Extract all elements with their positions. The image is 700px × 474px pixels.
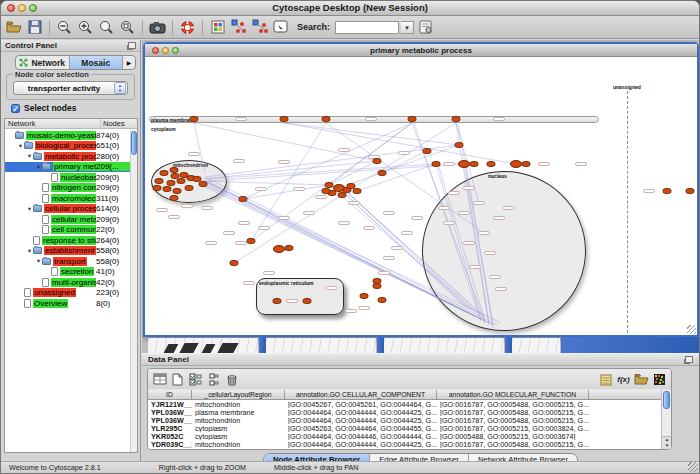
tree-row-macromolecule[interactable]: macromolecule311(0) (5, 193, 130, 204)
zoom-button[interactable] (29, 4, 37, 12)
expand-collapse-icon[interactable]: ▼ (26, 248, 33, 254)
node-label-pill[interactable] (223, 231, 235, 235)
gene-node[interactable] (173, 188, 182, 194)
node-label-pill[interactable] (243, 281, 255, 285)
gene-node[interactable] (185, 185, 194, 191)
tree-row-transport[interactable]: ▼transport558(0) (5, 256, 130, 267)
gene-node[interactable] (239, 196, 248, 202)
gene-node[interactable] (487, 161, 496, 167)
column-header-2[interactable]: annotation.GO CELLULAR_COMPONENT (285, 390, 437, 400)
node-label-pill[interactable] (538, 162, 550, 166)
gene-node[interactable] (408, 116, 417, 122)
table-row[interactable]: YPL036W__2plasma membrane[GO:0044464, GO… (148, 408, 661, 416)
select-nodes-checkbox[interactable]: ✓ (11, 104, 20, 113)
node-label-pill[interactable] (338, 148, 350, 152)
table-row[interactable]: YDR039C__1mitochondrion[GO:0044464, GO:0… (148, 440, 661, 448)
gene-node[interactable] (455, 142, 464, 148)
tree-row-nitrogen-compo[interactable]: nitrogen compo209(0) (5, 183, 130, 194)
node-label-pill[interactable] (489, 275, 501, 279)
tab-overflow-arrow[interactable]: ▶ (123, 56, 135, 69)
node-label-pill[interactable] (463, 241, 475, 245)
minimize-button[interactable] (18, 4, 26, 12)
gene-node[interactable] (686, 188, 695, 194)
table-cell[interactable]: YKR052C (148, 432, 192, 440)
gene-node[interactable] (452, 116, 461, 122)
gene-node[interactable] (273, 298, 282, 304)
node-label-pill[interactable] (325, 286, 337, 290)
node-label-pill[interactable] (255, 187, 267, 191)
node-label-pill[interactable] (278, 216, 290, 220)
node-label-pill[interactable] (383, 211, 395, 215)
node-label-pill[interactable] (205, 241, 217, 245)
app-resize-grip[interactable] (688, 462, 698, 472)
attribute-table-icon[interactable] (152, 372, 167, 387)
node-label-pill[interactable] (575, 162, 587, 166)
new-attribute-icon[interactable] (170, 372, 185, 387)
gene-node[interactable] (522, 161, 531, 167)
gene-node[interactable] (170, 195, 179, 201)
gene-node[interactable] (378, 170, 387, 176)
tree-scrollbar[interactable] (130, 130, 137, 452)
tree-row-biological-process[interactable]: ▼biological_process651(0) (5, 141, 130, 152)
node-label-pill[interactable] (438, 206, 450, 210)
node-label-pill[interactable] (238, 221, 250, 225)
gene-node[interactable] (347, 183, 356, 189)
background-window[interactable] (512, 337, 560, 353)
gene-node[interactable] (373, 158, 382, 164)
table-cell[interactable]: YDR039C__1 (148, 440, 192, 448)
tree-row-secretion[interactable]: secretion41(0) (5, 267, 130, 278)
table-cell[interactable]: mitochondrion (192, 440, 285, 448)
gene-node[interactable] (190, 116, 199, 122)
annotation-icon[interactable] (271, 18, 290, 37)
expand-collapse-icon[interactable]: ▼ (26, 153, 33, 159)
column-header-3[interactable]: annotation.GO MOLECULAR_FUNCTION (437, 390, 589, 400)
tree-row-primary-metabo[interactable]: ▼primary metabo209(... (5, 162, 130, 173)
table-cell[interactable]: YPL036W__1 (148, 416, 192, 424)
table-cell[interactable]: [GO:0016787, GO:0005488, GO:0005215, G..… (437, 400, 589, 408)
node-label-pill[interactable] (365, 117, 377, 121)
gene-node[interactable] (663, 188, 672, 194)
zoom-out-icon[interactable] (55, 18, 74, 37)
node-label-pill[interactable] (348, 201, 360, 205)
table-cell[interactable]: mitochondrion (192, 400, 285, 408)
gene-node[interactable] (423, 148, 432, 154)
tree-row-mosaic-demo-yeast[interactable]: mosaic-demo-yeast874(0) (5, 130, 130, 141)
vizmapper-icon[interactable] (208, 18, 227, 37)
node-label-pill[interactable] (443, 221, 455, 225)
tree-scrollbar-thumb[interactable] (131, 131, 137, 155)
search-options-icon[interactable] (416, 18, 435, 37)
node-label-pill[interactable] (503, 206, 515, 210)
table-row[interactable]: YPL036W__1mitochondrion[GO:0044464, GO:0… (148, 416, 661, 424)
node-label-pill[interactable] (643, 189, 655, 193)
tree-column-nodes[interactable]: Nodes (101, 119, 137, 128)
network-window-minimize-button[interactable] (162, 47, 169, 54)
apply-layout-2-icon[interactable] (250, 18, 269, 37)
node-label-pill[interactable] (495, 287, 507, 291)
table-scrollbar-arrows[interactable]: ▲▼ (662, 436, 672, 449)
node-label-pill[interactable] (383, 256, 395, 260)
gene-node[interactable] (458, 160, 470, 168)
tree-column-network[interactable]: Network (5, 119, 101, 128)
node-label-pill[interactable] (233, 159, 245, 163)
expand-collapse-icon[interactable]: ▼ (26, 206, 33, 212)
apply-layout-1-icon[interactable] (229, 18, 248, 37)
gene-node[interactable] (303, 298, 312, 304)
network-canvas[interactable]: plasma membranecytoplasmmitochondrionnuc… (145, 57, 697, 335)
zoom-fit-icon[interactable] (97, 18, 116, 37)
node-label-pill[interactable] (315, 195, 327, 199)
table-cell[interactable] (589, 416, 666, 424)
matrix-heatmap-icon[interactable] (652, 372, 667, 387)
node-label-pill[interactable] (378, 271, 390, 275)
table-cell[interactable]: plasma membrane (192, 408, 285, 416)
node-label-pill[interactable] (235, 117, 247, 121)
node-label-pill[interactable] (181, 204, 193, 208)
gene-node[interactable] (378, 297, 387, 303)
gene-node[interactable] (163, 186, 172, 192)
import-attributes-folder-icon[interactable] (634, 372, 649, 387)
close-button[interactable] (7, 4, 15, 12)
table-cell[interactable]: [GO:0045263, GO:0044464, GO:0044455, G..… (285, 424, 437, 432)
tree-row-response-to-stimulu[interactable]: response to stimulu264(0) (5, 235, 130, 246)
gene-node[interactable] (373, 283, 382, 289)
tree-row-cell-communicat[interactable]: cell communicat22(0) (5, 225, 130, 236)
table-cell[interactable]: cytoplasm (192, 424, 285, 432)
